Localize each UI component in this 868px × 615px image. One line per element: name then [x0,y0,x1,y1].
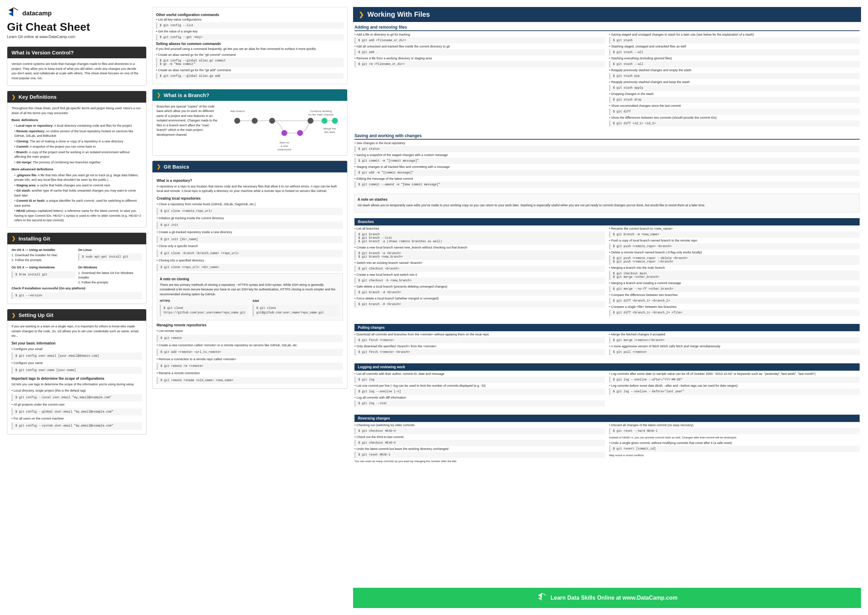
list-item: • Git merge: The process of combining tw… [14,160,142,165]
list-item: • Get the value of a single key [156,30,344,33]
pulling-left: • Download all commits and branches from… [354,332,605,356]
list-item: • Log commits after some date (A sample … [609,372,860,376]
chevron-icon: ❯ [11,312,16,318]
key-definitions-body: Throughout this cheat sheet, you'll find… [7,103,146,227]
list-item: • A more aggressive version of fetch whi… [609,345,860,348]
config-commands-section: Other useful configuration commands • Li… [152,7,348,84]
svg-marker-22 [538,596,542,601]
cloning-note: A note on cloning There are two primary … [157,273,343,321]
linux-install: On Linux $ sudo apt-get install git [78,248,142,263]
git-basics-header: ❯ Git Basics [153,161,347,172]
chevron-icon: ❯ [11,236,16,241]
adding-removing-cols: • Add a file or directory to git for tra… [354,33,860,128]
svg-text:on the main channel: on the main channel [309,113,333,116]
pulling-cols: • Download all commits and branches from… [354,332,860,356]
reversing-section: Reversing changes • Checking out (switch… [354,412,860,465]
svg-text:experiment: experiment [277,148,291,150]
list-item: • Local directory, single project (this … [11,389,142,393]
svg-text:a new: a new [281,145,288,148]
svg-point-5 [234,118,240,123]
list-item: • Cloning: The act of making a clone or … [14,139,142,144]
list-item: • Checking out (switching to) older comm… [354,423,605,427]
list-item: • Force delete a local branch (whether m… [354,297,605,300]
svg-point-11 [282,130,287,136]
right-column: ❯ Working With Files Adding and removing… [353,7,861,608]
list-item: • Git stash: another type of cache that … [14,189,142,198]
datacamp-logo-icon [7,7,20,20]
list-item: • Merging a branch and creating a commit… [609,281,860,285]
list-item: • Staging changes in all tracked files a… [354,165,860,169]
branches-cols: • List all branches $ git branch$ git br… [354,227,860,317]
installing-git-section: ❯ Installing Git On OS X — Using an Inst… [7,233,146,304]
pulling-right: • Merge the fetched changes if accepted … [609,332,860,356]
alias-items: • Create an alias named gc for the "git … [156,53,344,79]
list-item: • Create an alias named ga for the "git … [156,69,344,72]
svg-text:two back: two back [324,131,336,134]
subtitle: Learn Git online at www.DataCamp.com [7,34,146,39]
list-item: • Show the differences between two commi… [609,116,860,119]
list-item: • Remove a connection to a remote repo c… [157,357,343,362]
list-item: • Dropping changes in the stash [609,92,860,96]
logging-cols: • List all commits with their author, co… [354,372,860,408]
list-item: • All git projects under the current use… [11,403,142,407]
list-item: • Cloning into a specified directory [157,258,343,263]
footer-text: Learn Data Skills Online at www.DataCamp… [550,595,678,601]
list-item: • Commit ID or hash: a unique identifier… [14,198,142,208]
list-item: • List remote repos [157,329,343,334]
list-item: • See changes in the local repository [354,141,860,145]
svg-point-10 [332,118,338,123]
list-item: • Configure your email [11,347,142,352]
logging-section: Logging and reviewing work • List all co… [354,361,860,408]
pulling-section: Pulling changes • Download all commits a… [354,322,860,356]
adding-removing-section: Adding and removing files • Add a file o… [354,25,860,128]
list-item: • Create an alias named gc for the "git … [156,53,344,56]
key-definitions-section: ❯ Key Definitions Throughout this cheat … [7,91,146,228]
logging-left: • List all commits with their author, co… [354,372,605,408]
git-basics-body: What is a repository? A repository or a … [153,172,347,389]
list-item: • List all key-value configurations [156,18,344,21]
list-item: • Create a new local branch named new_br… [354,246,605,249]
branches-left: • List all branches $ git branch$ git br… [354,227,605,317]
list-item: • Remote repository: An online version o… [14,129,142,139]
reversing-cols: • Checking out (switching to) older comm… [354,423,860,465]
list-item: • Add all untracked and tracked files in… [354,45,605,48]
list-item: • List one commit per line (--log can be… [354,384,605,387]
list-item: • Stashing staged, unstaged and untracke… [609,45,860,48]
list-item: • List all branches [354,227,605,230]
svg-point-6 [252,118,257,123]
list-item: • Clone a repository from remote hosts (… [157,202,343,207]
page: datacamp Git Cheat Sheet Learn Git onlin… [0,0,868,615]
version-control-section: What is Version Control? Version control… [7,47,146,86]
working-with-files-banner: ❯ Working With Files [353,7,861,22]
list-item: • Commit: A snapshot of the project you … [14,145,142,149]
windows-install: On Windows 1. Download the latest Git Fo… [78,265,142,285]
list-item: • Undo a single given commit, without mo… [609,441,860,445]
list-item: • Rename a remote connection [157,371,343,376]
list-item: • Staging area: a cache that holds chang… [14,183,142,188]
list-item: • Safe delete a local branch (prevents d… [354,285,605,288]
branch-diagram-svg: Main branch Start on a new experiment Co… [230,105,342,150]
creating-local-items: • Clone a repository from remote hosts (… [157,202,343,271]
clone-methods: HTTPS $ git clone https://github.com/you… [160,299,340,317]
svg-point-8 [308,118,313,123]
branch-content: Branches are special "copies" of the cod… [153,101,347,155]
list-item: • Create a new connection called <remote… [157,343,343,348]
list-item: • Merging a branch into the main branch [609,266,860,270]
list-item: • Only download the specified <branch> f… [354,345,605,348]
osx-homebrew: On OS X — Using Homebrew $ brew install … [11,265,75,285]
list-item: • Show uncommitted changes since the las… [609,104,860,108]
list-item: • Log all commits with diff information [354,396,605,399]
svg-text:Merge the: Merge the [323,127,336,130]
setting-up-git-section: ❯ Setting Up Git If you are working in a… [7,309,146,434]
osx-installer: On OS X — Using an Installer 1. Download… [11,248,75,263]
list-item: • Create a git-tracked repository inside… [157,230,343,235]
branches-right: • Rename the current branch to <new_name… [609,227,860,317]
svg-line-23 [542,593,545,595]
page-title: Git Cheat Sheet [7,21,146,33]
list-item: • Clone only a specific branch [157,244,343,249]
branch-header: ❯ What is a Branch? [153,89,347,101]
svg-point-9 [322,118,327,123]
installing-git-header: ❯ Installing Git [7,233,146,244]
saving-changes-section: Saving and working with changes • See ch… [354,133,860,189]
list-item: • Delete a remote branch named branch (-… [609,251,860,254]
